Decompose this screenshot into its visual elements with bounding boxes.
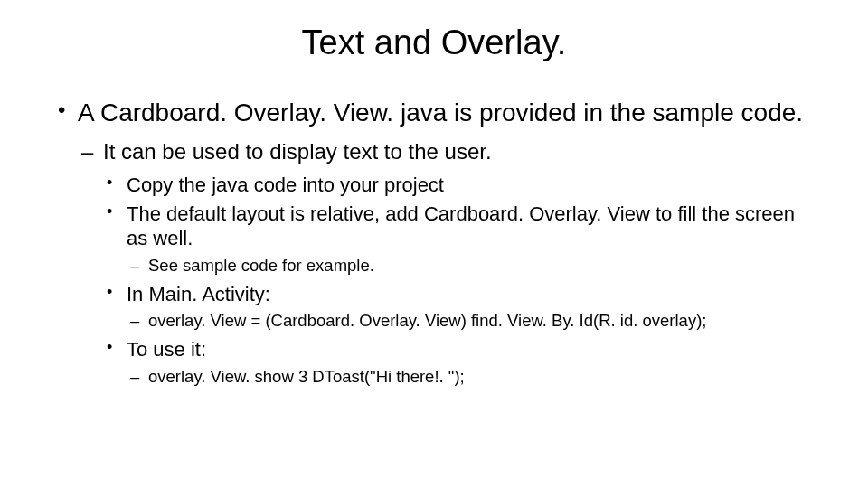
list-item: overlay. View. show 3 DToast("Hi there!.… (127, 366, 816, 388)
bullet-text: In Main. Activity: (127, 283, 270, 305)
bullet-text: To use it: (127, 338, 206, 361)
bullet-text: See sample code for example. (148, 256, 374, 275)
bullet-text: overlay. View = (Cardboard. Overlay. Vie… (148, 311, 706, 330)
slide: Text and Overlay. A Cardboard. Overlay. … (0, 23, 868, 488)
list-item: See sample code for example. (127, 255, 816, 277)
bullet-text: Copy the java code into your project (127, 174, 444, 196)
list-item: It can be used to display text to the us… (78, 137, 816, 388)
list-item: The default layout is relative, add Card… (103, 202, 816, 277)
bullet-list-lvl2: It can be used to display text to the us… (78, 137, 816, 388)
bullet-text: A Cardboard. Overlay. View. java is prov… (78, 99, 803, 127)
slide-content: A Cardboard. Overlay. View. java is prov… (0, 97, 868, 388)
list-item: Copy the java code into your project (103, 173, 816, 198)
list-item: overlay. View = (Cardboard. Overlay. Vie… (127, 310, 816, 332)
list-item: A Cardboard. Overlay. View. java is prov… (52, 97, 816, 388)
bullet-list-lvl3: Copy the java code into your project The… (103, 173, 816, 388)
bullet-text: It can be used to display text to the us… (103, 139, 492, 164)
bullet-list-lvl4: overlay. View. show 3 DToast("Hi there!.… (127, 366, 816, 388)
bullet-list-lvl1: A Cardboard. Overlay. View. java is prov… (52, 97, 816, 388)
list-item: To use it: overlay. View. show 3 DToast(… (103, 337, 816, 388)
list-item: In Main. Activity: overlay. View = (Card… (103, 282, 816, 333)
slide-title: Text and Overlay. (0, 23, 868, 62)
bullet-list-lvl4: overlay. View = (Cardboard. Overlay. Vie… (127, 310, 816, 332)
bullet-list-lvl4: See sample code for example. (127, 255, 816, 277)
bullet-text: overlay. View. show 3 DToast("Hi there!.… (148, 367, 465, 386)
bullet-text: The default layout is relative, add Card… (127, 202, 795, 250)
